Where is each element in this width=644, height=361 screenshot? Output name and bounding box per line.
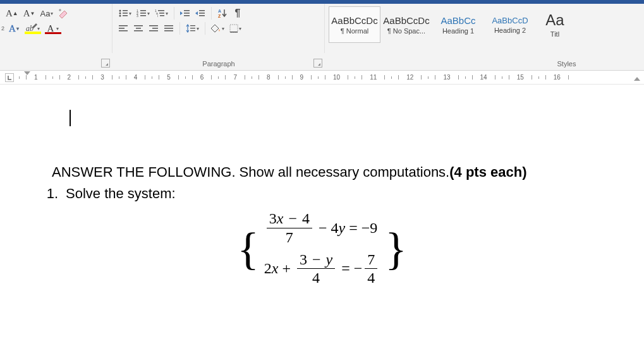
- svg-text:3: 3: [137, 14, 138, 18]
- svg-text:A: A: [218, 9, 221, 13]
- svg-rect-11: [140, 15, 146, 16]
- document-page[interactable]: ANSWER THE FOLLOWING. Show all necessary…: [0, 85, 644, 312]
- style-heading-2[interactable]: AaBbCcD Heading 2: [484, 6, 536, 43]
- svg-rect-3: [123, 13, 128, 14]
- left-brace-icon: {: [237, 226, 259, 271]
- style-title[interactable]: Aa Titl: [536, 6, 574, 43]
- svg-rect-9: [140, 13, 146, 14]
- svg-rect-33: [152, 28, 158, 29]
- svg-text:i: i: [157, 14, 158, 18]
- highlight-button[interactable]: ab ▾: [23, 21, 42, 35]
- right-indent-marker[interactable]: [634, 77, 640, 81]
- svg-point-2: [119, 13, 121, 15]
- svg-rect-19: [184, 13, 190, 14]
- instruction-line: ANSWER THE FOLLOWING. Show all necessary…: [52, 164, 606, 180]
- svg-rect-35: [164, 25, 173, 27]
- svg-rect-21: [199, 10, 205, 11]
- font-color-button[interactable]: A ▾: [44, 21, 63, 35]
- multilevel-list-button[interactable]: 1ai▾: [153, 6, 170, 20]
- svg-rect-5: [123, 15, 128, 16]
- svg-rect-7: [140, 10, 146, 11]
- svg-rect-32: [149, 25, 158, 27]
- svg-rect-17: [160, 15, 164, 16]
- text-effects-button[interactable]: A▾: [6, 21, 22, 35]
- svg-rect-26: [119, 25, 128, 27]
- sort-button[interactable]: AZ: [216, 6, 229, 20]
- style-heading-1[interactable]: AaBbCc Heading 1: [432, 6, 484, 43]
- styles-gallery[interactable]: AaBbCcDc ¶ Normal AaBbCcDc ¶ No Spac... …: [329, 6, 640, 43]
- svg-rect-22: [199, 13, 205, 14]
- font-group-launcher[interactable]: [101, 59, 110, 68]
- text-cursor: [70, 110, 71, 126]
- svg-rect-31: [134, 30, 143, 32]
- svg-rect-29: [134, 25, 143, 27]
- line-spacing-button[interactable]: ▾: [184, 21, 201, 35]
- tab-selector[interactable]: [5, 73, 14, 82]
- justify-button[interactable]: [162, 21, 176, 35]
- superscript-indicator: 2: [1, 25, 4, 32]
- styles-group-label: Styles: [557, 60, 576, 68]
- clear-formatting-button[interactable]: [56, 6, 71, 20]
- decrease-indent-button[interactable]: [178, 6, 192, 20]
- svg-rect-18: [184, 10, 190, 11]
- svg-rect-27: [119, 28, 125, 29]
- borders-button[interactable]: ▾: [228, 21, 243, 35]
- svg-rect-42: [230, 32, 238, 33]
- align-right-button[interactable]: [147, 21, 161, 35]
- svg-rect-36: [164, 28, 173, 29]
- svg-rect-30: [136, 28, 141, 29]
- style-no-spacing[interactable]: AaBbCcDc ¶ No Spac...: [380, 6, 432, 43]
- svg-rect-34: [149, 30, 158, 32]
- list-item-1: 1. Solve the system:: [38, 186, 606, 202]
- svg-rect-20: [184, 15, 190, 16]
- svg-rect-39: [190, 28, 195, 28]
- paragraph-group-label: Paragraph: [202, 60, 234, 68]
- svg-rect-15: [159, 13, 164, 14]
- numbering-button[interactable]: 123▾: [135, 6, 152, 20]
- bullets-button[interactable]: ▾: [116, 6, 133, 20]
- shading-button[interactable]: ▾: [209, 21, 226, 35]
- change-case-button[interactable]: Aa▾: [39, 6, 56, 20]
- svg-rect-28: [119, 30, 128, 32]
- paragraph-group-launcher[interactable]: [313, 59, 322, 68]
- equation-system: { 3x − 4 7 − 4y = −9 2x + 3 − y 4 = −: [38, 210, 606, 287]
- svg-rect-37: [164, 30, 173, 32]
- shrink-font-button[interactable]: A▼: [21, 6, 37, 20]
- svg-point-4: [119, 15, 121, 17]
- align-left-button[interactable]: [116, 21, 130, 35]
- right-brace-icon: }: [385, 226, 407, 271]
- align-center-button[interactable]: [131, 21, 145, 35]
- svg-text:Z: Z: [218, 14, 221, 18]
- svg-rect-38: [190, 25, 195, 26]
- svg-rect-23: [199, 15, 205, 16]
- show-paragraph-marks-button[interactable]: ¶: [231, 6, 245, 20]
- svg-rect-1: [123, 10, 128, 11]
- increase-indent-button[interactable]: [193, 6, 207, 20]
- svg-point-0: [119, 10, 121, 12]
- svg-rect-40: [190, 30, 195, 31]
- ribbon: A▲ A▼ Aa▾ 2 A▾ ab ▾ A: [0, 4, 644, 71]
- svg-rect-41: [230, 25, 238, 32]
- horizontal-ruler[interactable]: 12345678910111213141516: [0, 71, 644, 85]
- style-normal[interactable]: AaBbCcDc ¶ Normal: [329, 6, 380, 43]
- svg-rect-13: [158, 10, 164, 11]
- grow-font-button[interactable]: A▲: [4, 6, 20, 20]
